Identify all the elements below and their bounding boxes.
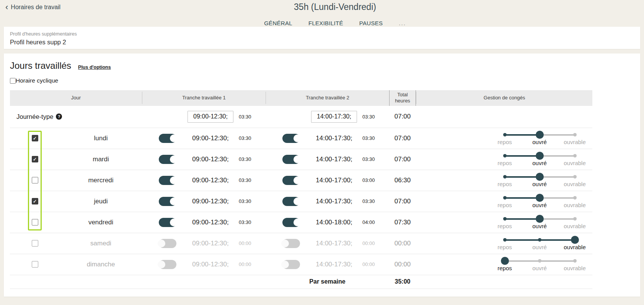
leave-option-dot-ouvrable[interactable] (571, 236, 579, 244)
leave-option-dot-ouvrable[interactable] (573, 175, 577, 178)
leave-option-dot-repos[interactable] (503, 175, 507, 178)
leave-option-label[interactable]: ouvrable (556, 202, 594, 208)
top-bar: ‹ Horaires de travail 35h (Lundi-Vendred… (0, 0, 644, 27)
leave-slider-track (505, 197, 540, 199)
day-checkbox[interactable] (32, 198, 38, 204)
leave-option-label[interactable]: repos (486, 223, 524, 229)
leave-option-label[interactable]: repos (486, 139, 524, 145)
overtime-profile-value[interactable]: Profil heures supp 2 (10, 39, 634, 46)
leave-option-dot-ouvre[interactable] (536, 194, 544, 202)
leave-option-dot-ouvre[interactable] (536, 131, 544, 139)
leave-option-label[interactable]: ouvré (520, 139, 559, 145)
cyclic-schedule-label: Horaire cyclique (16, 77, 58, 84)
leave-option-label[interactable]: ouvré (520, 160, 559, 166)
tab-pauses[interactable]: PAUSES (359, 20, 383, 32)
leave-option-dot-ouvre[interactable] (536, 152, 544, 160)
slot1-toggle[interactable] (159, 218, 176, 227)
slot2-toggle[interactable] (282, 260, 300, 269)
tab-bar: GÉNÉRALFLEXIBILITÉPAUSES... (13, 20, 644, 32)
leave-type-slider[interactable]: reposouvréouvrable (492, 150, 589, 169)
help-icon[interactable]: ? (56, 114, 62, 120)
leave-option-dot-repos[interactable] (503, 238, 507, 242)
leave-option-dot-ouvrable[interactable] (573, 196, 577, 200)
leave-option-label[interactable]: ouvrable (556, 244, 594, 250)
slot1-toggle[interactable] (159, 134, 176, 143)
leave-type-slider[interactable]: reposouvréouvrable (492, 171, 589, 190)
slot1-toggle[interactable] (159, 239, 176, 248)
leave-option-label[interactable]: ouvrable (556, 181, 594, 187)
leave-option-dot-ouvre[interactable] (538, 238, 541, 242)
leave-option-label[interactable]: ouvrable (556, 139, 594, 145)
leave-option-dot-repos[interactable] (503, 133, 507, 136)
week-total-value: 35:00 (389, 278, 416, 285)
more-options-link[interactable]: Plus d'options (78, 65, 111, 70)
day-row-samedi: samedi 09:00-12:30; 00:00 14:00-17:30; 0… (10, 233, 592, 254)
leave-option-label[interactable]: ouvrable (556, 160, 594, 166)
slot2-duration: 04:00 (362, 219, 389, 225)
slot2-toggle[interactable] (282, 218, 300, 227)
slot1-toggle[interactable] (159, 176, 176, 185)
leave-option-dot-ouvrable[interactable] (573, 217, 577, 221)
slot2-toggle[interactable] (282, 197, 300, 206)
leave-option-label[interactable]: ouvré (520, 202, 559, 208)
slot1-time: 09:00-12:30; (182, 156, 239, 163)
day-checkbox[interactable] (32, 177, 38, 183)
leave-option-dot-ouvrable[interactable] (573, 133, 577, 136)
day-checkbox[interactable] (32, 261, 38, 268)
template-slot1-input[interactable] (187, 111, 233, 123)
slot2-duration: 03:30 (362, 156, 389, 162)
slot1-time: 09:00-12:30; (182, 135, 239, 142)
leave-option-dot-ouvrable[interactable] (573, 154, 577, 157)
leave-option-label[interactable]: repos (486, 202, 524, 208)
day-total: 00:00 (389, 261, 416, 268)
slot2-time: 14:00-17:30; (306, 198, 362, 205)
template-slot2-input[interactable] (311, 111, 357, 123)
leave-slider-track (505, 218, 540, 220)
day-checkbox[interactable] (32, 240, 38, 247)
slot2-time: 14:00-17:30; (306, 156, 362, 163)
day-row-lundi: lundi 09:00-12:30; 03:30 14:00-17:30; 03… (10, 128, 592, 149)
leave-option-label[interactable]: ouvrable (556, 223, 594, 229)
day-checkbox[interactable] (32, 156, 38, 162)
slot1-duration: 03:30 (239, 219, 266, 225)
leave-slider-track (540, 134, 575, 136)
day-total: 07:00 (389, 135, 416, 142)
leave-option-label[interactable]: ouvré (520, 181, 559, 187)
leave-option-dot-repos[interactable] (503, 196, 507, 200)
slot2-duration: 03:30 (362, 198, 389, 204)
slot2-toggle[interactable] (282, 239, 300, 248)
leave-option-dot-ouvre[interactable] (536, 215, 544, 223)
leave-option-label[interactable]: repos (486, 265, 524, 271)
leave-type-slider[interactable]: reposouvréouvrable (492, 129, 589, 148)
day-checkbox[interactable] (32, 135, 38, 141)
leave-option-label[interactable]: ouvrable (556, 265, 594, 271)
leave-option-dot-ouvrable[interactable] (573, 259, 577, 263)
slot1-toggle[interactable] (159, 155, 176, 164)
leave-option-dot-ouvre[interactable] (538, 259, 541, 263)
leave-type-slider[interactable]: reposouvréouvrable (492, 234, 589, 253)
day-checkbox[interactable] (32, 219, 38, 226)
slot2-toggle[interactable] (282, 134, 300, 143)
slot1-toggle[interactable] (159, 260, 176, 269)
day-total: 00:00 (389, 240, 416, 247)
leave-option-label[interactable]: repos (486, 244, 524, 250)
leave-option-dot-repos[interactable] (501, 257, 509, 265)
tab-[interactable]: ... (399, 20, 406, 32)
leave-option-label[interactable]: ouvré (520, 223, 559, 229)
leave-type-slider[interactable]: reposouvréouvrable (492, 255, 589, 274)
leave-option-dot-repos[interactable] (503, 217, 507, 221)
tab-gnral[interactable]: GÉNÉRAL (264, 20, 292, 32)
slot1-toggle[interactable] (159, 197, 176, 206)
leave-option-label[interactable]: ouvré (520, 265, 559, 271)
tab-flexibilit[interactable]: FLEXIBILITÉ (308, 20, 343, 32)
leave-type-slider[interactable]: reposouvréouvrable (492, 192, 589, 211)
slot2-toggle[interactable] (282, 155, 300, 164)
leave-option-dot-ouvre[interactable] (536, 173, 544, 181)
leave-type-slider[interactable]: reposouvréouvrable (492, 213, 589, 232)
leave-option-dot-repos[interactable] (503, 154, 507, 157)
cyclic-schedule-checkbox[interactable] (10, 78, 16, 84)
slot2-toggle[interactable] (282, 176, 300, 185)
leave-option-label[interactable]: repos (486, 181, 524, 187)
leave-option-label[interactable]: repos (486, 160, 524, 166)
leave-option-label[interactable]: ouvré (520, 244, 559, 250)
